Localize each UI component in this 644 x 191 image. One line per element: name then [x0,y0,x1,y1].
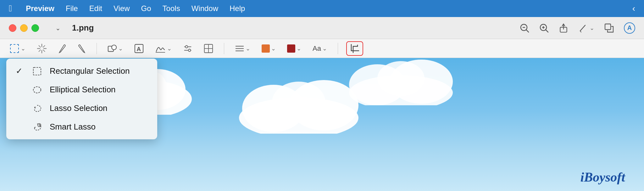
rectangular-selection-option[interactable]: ✓ Rectangular Selection [8,62,155,80]
markup-pencil-button[interactable]: ⌄ [578,23,594,33]
lasso-selection-option[interactable]: ✓ Lasso Selection [8,99,155,118]
selection-dropdown-arrow: ⌄ [21,45,25,52]
crop-button[interactable] [346,41,363,56]
menu-edit[interactable]: Edit [89,4,102,13]
elliptical-selection-option[interactable]: ✓ Elliptical Selection [8,80,155,99]
menu-file[interactable]: File [66,4,78,13]
adjust-button[interactable] [180,42,195,55]
elliptical-selection-label: Elliptical Selection [50,85,116,95]
pencil-dropdown-arrow: ⌄ [590,25,594,32]
sidebar-toggle-button[interactable]: ⌄ [52,22,63,34]
align-dropdown-arrow: ⌄ [246,45,250,52]
sparkle-icon [37,43,47,54]
menu-help[interactable]: Help [230,4,245,13]
title-bar-icons: ⌄ A [520,22,635,34]
svg-rect-42 [33,67,41,75]
toolbar-divider-1 [97,43,97,54]
border-color-swatch [262,44,270,53]
border-color-button[interactable]: ⌄ [259,43,278,55]
instant-alpha-button[interactable] [34,42,49,55]
shapes-button[interactable]: ⌄ [105,42,125,55]
svg-rect-13 [605,24,611,30]
signature-button[interactable]: ⌄ [153,42,174,55]
align-button[interactable]: ⌄ [232,43,253,55]
svg-line-18 [39,45,41,47]
annotation-icon: A [627,24,632,32]
shapes-icon [108,44,117,53]
toolbar-divider-3 [338,43,338,54]
menu-go[interactable]: Go [141,4,151,13]
toolbar-divider-2 [224,43,224,54]
close-button[interactable] [9,24,16,32]
fill-color-button[interactable]: ⌄ [285,43,304,55]
layout-icon [204,44,213,53]
watermark-text: iBoysoft [580,170,625,184]
signature-dropdown-arrow: ⌄ [167,45,172,52]
menu-tools[interactable]: Tools [163,4,180,13]
apple-logo-icon[interactable]:  [9,3,12,14]
signature-icon [155,44,166,53]
svg-text:A: A [137,45,141,52]
lasso-selection-label: Lasso Selection [50,103,108,113]
elliptical-selection-icon [31,85,43,94]
pen-left-icon [58,44,66,53]
share-button[interactable] [559,23,568,33]
svg-point-53 [272,82,325,123]
fill-color-swatch [287,44,295,53]
traffic-lights [9,24,39,32]
menu-bar-collapse-icon[interactable]: ‹ [632,3,635,14]
adjust-icon [183,44,192,53]
sketch-pen-right-button[interactable] [75,42,88,55]
checkmark-icon: ✓ [16,66,25,76]
toolbar: ⌄ ⌄ [0,39,644,58]
title-bar: ⌄ 1.png [0,17,644,39]
rectangular-selection-label: Rectangular Selection [50,66,130,76]
menu-bar:  Preview File Edit View Go Tools Window… [0,0,644,17]
watermark: iBoysoft [580,170,625,185]
svg-point-29 [186,45,188,48]
font-button[interactable]: Aa ⌄ [310,43,330,55]
pencil-icon [578,23,588,33]
annotation-button[interactable]: A [624,22,635,34]
cloud-2 [236,77,362,134]
svg-line-12 [580,31,581,32]
maximize-button[interactable] [31,24,39,32]
smart-lasso-icon: ↻ [31,123,43,131]
align-icon [235,44,244,53]
svg-line-19 [43,50,45,52]
selection-tool-button[interactable]: ⌄ [8,42,28,55]
font-dropdown-arrow: ⌄ [322,45,327,52]
shapes-dropdown-arrow: ⌄ [118,45,123,52]
resize-button[interactable] [604,23,614,33]
layout-button[interactable] [201,42,216,55]
svg-point-43 [33,87,41,93]
svg-line-4 [526,30,529,32]
lasso-selection-icon [31,104,43,113]
svg-text:↻: ↻ [39,124,41,127]
rectangular-selection-icon [10,44,19,53]
svg-line-21 [39,50,41,52]
font-aa-label: Aa [313,44,321,53]
menu-preview[interactable]: Preview [26,4,54,13]
rectangular-selection-icon [31,67,43,76]
zoom-out-icon [520,23,529,33]
svg-point-57 [377,61,425,96]
menu-view[interactable]: View [114,4,130,13]
resize-icon [604,23,614,33]
minimize-button[interactable] [20,24,28,32]
sketch-pen-left-button[interactable] [56,42,69,55]
menu-window[interactable]: Window [192,4,218,13]
text-button[interactable]: A [132,42,146,55]
chevron-down-icon: ⌄ [55,24,61,32]
zoom-in-button[interactable] [539,23,549,33]
text-icon: A [134,44,144,53]
border-color-dropdown-arrow: ⌄ [271,45,276,52]
svg-line-11 [580,25,585,31]
smart-lasso-option[interactable]: ✓ ↻ Smart Lasso [8,118,155,136]
svg-point-30 [188,49,191,51]
zoom-out-button[interactable] [520,23,529,33]
file-title: 1.png [72,23,94,33]
crop-icon [350,44,359,53]
cloud-3 [346,58,456,105]
zoom-in-icon [539,23,549,33]
